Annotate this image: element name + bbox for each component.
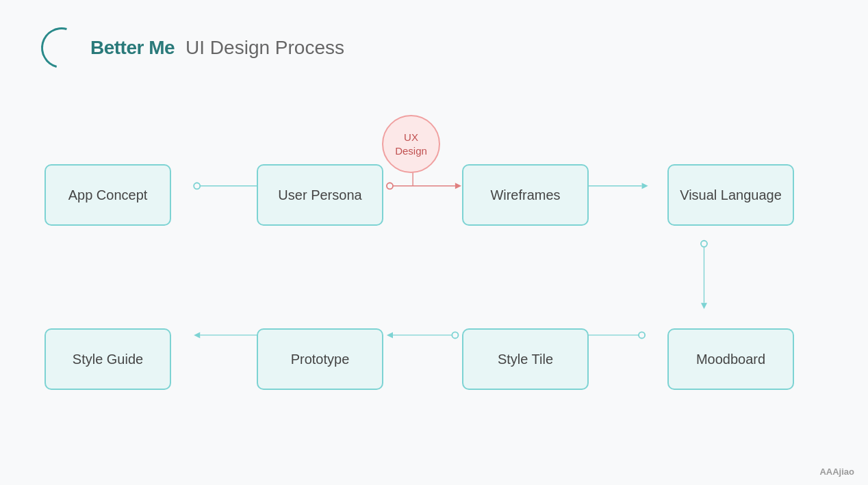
box-prototype: Prototype [257, 328, 383, 390]
box-user-persona-label: User Persona [278, 187, 361, 203]
svg-point-0 [194, 183, 200, 189]
box-style-guide: Style Guide [44, 328, 171, 390]
box-style-tile-label: Style Tile [498, 352, 553, 367]
svg-point-3 [387, 183, 393, 189]
svg-point-16 [452, 332, 458, 338]
box-moodboard-label: Moodboard [696, 352, 765, 367]
svg-marker-21 [194, 332, 200, 338]
svg-point-10 [701, 241, 707, 247]
box-prototype-label: Prototype [291, 352, 350, 367]
svg-point-13 [639, 332, 645, 338]
ux-design-circle: UXDesign [382, 115, 440, 173]
logo-icon [34, 20, 90, 76]
ux-circle-text: UXDesign [395, 131, 427, 157]
box-visual-language-label: Visual Language [680, 187, 782, 203]
svg-marker-12 [701, 303, 707, 309]
box-moodboard: Moodboard [667, 328, 794, 390]
box-style-tile: Style Tile [462, 328, 589, 390]
box-wireframes: Wireframes [462, 164, 589, 226]
svg-marker-9 [642, 183, 648, 189]
svg-marker-5 [455, 183, 461, 189]
page-title: UI Design Process [186, 37, 344, 59]
box-user-persona: User Persona [257, 164, 383, 226]
box-app-concept-label: App Concept [68, 187, 148, 203]
brand-name: Better Me [90, 37, 175, 59]
svg-marker-18 [387, 332, 393, 338]
box-style-guide-label: Style Guide [73, 352, 143, 367]
process-diagram: UXDesign App Concept User Persona Wirefr… [0, 96, 868, 444]
box-wireframes-label: Wireframes [490, 187, 560, 203]
header: Better Me UI Design Process [41, 27, 344, 68]
box-visual-language: Visual Language [667, 164, 794, 226]
watermark: AAAjiao [819, 467, 854, 477]
box-app-concept: App Concept [44, 164, 171, 226]
